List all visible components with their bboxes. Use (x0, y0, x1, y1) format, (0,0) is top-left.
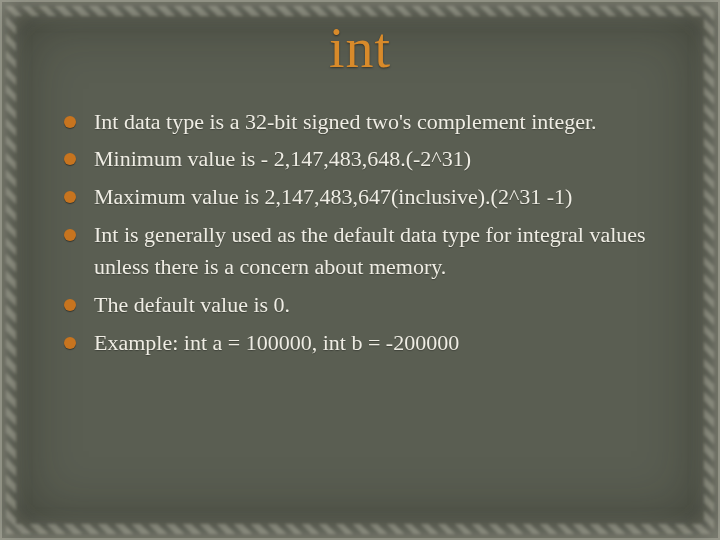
slide: int Int data type is a 32-bit signed two… (0, 0, 720, 540)
list-item: Int data type is a 32-bit signed two's c… (64, 106, 672, 138)
slide-title: int (24, 18, 696, 80)
list-item: Minimum value is - 2,147,483,648.(-2^31) (64, 143, 672, 175)
list-item: The default value is 0. (64, 289, 672, 321)
bullet-list: Int data type is a 32-bit signed two's c… (24, 106, 696, 359)
list-item: Maximum value is 2,147,483,647(inclusive… (64, 181, 672, 213)
list-item: Int is generally used as the default dat… (64, 219, 672, 283)
list-item: Example: int a = 100000, int b = -200000 (64, 327, 672, 359)
